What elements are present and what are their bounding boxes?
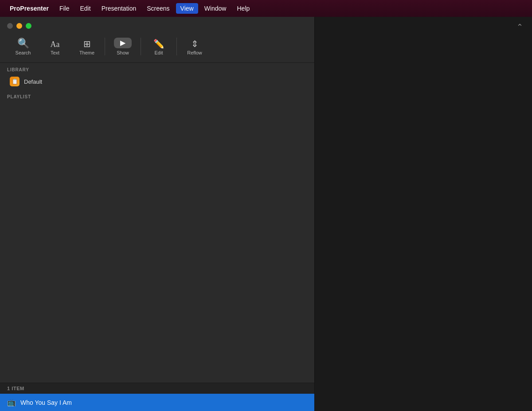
- toolbar-edit-label: Edit: [155, 50, 163, 55]
- playlist-item-icon: 📺: [7, 398, 16, 407]
- menu-window[interactable]: Window: [200, 3, 231, 14]
- library-item-default[interactable]: 📋 Default: [7, 75, 307, 88]
- item-count-bar: 1 ITEM: [0, 383, 314, 394]
- minimize-button[interactable]: [16, 23, 22, 29]
- toolbar-reflow-label: Reflow: [187, 50, 202, 55]
- library-header: LIBRARY: [7, 67, 307, 72]
- toolbar-search[interactable]: 🔍 Search: [7, 36, 39, 58]
- edit-icon: ✏️: [153, 39, 164, 48]
- toolbar-show-label: Show: [117, 50, 129, 55]
- toolbar-theme-label: Theme: [79, 50, 94, 55]
- show-icon: ▶: [114, 38, 132, 48]
- app-name[interactable]: ProPresenter: [5, 3, 53, 14]
- toolbar-reflow[interactable]: ⇕ Reflow: [179, 37, 211, 58]
- menu-edit[interactable]: Edit: [76, 3, 95, 14]
- playlist-section: PLAYLIST: [0, 91, 314, 105]
- playlist-item-name: Who You Say I Am: [20, 399, 72, 406]
- toolbar-text-label: Text: [51, 50, 59, 55]
- toolbar-edit[interactable]: ✏️ Edit: [143, 37, 175, 58]
- library-section: LIBRARY 📋 Default: [0, 63, 314, 91]
- toolbar-divider-2: [141, 38, 141, 55]
- toolbar-search-label: Search: [16, 50, 31, 55]
- menu-presentation[interactable]: Presentation: [97, 3, 141, 14]
- reflow-icon: ⇕: [191, 39, 199, 48]
- sidebar: 🔍 Search Aa Text ⊞ Theme ▶ Show ✏️ Edit: [0, 17, 315, 411]
- right-content: Show ^S Presentation Editor ^E Reflow Ed…: [315, 17, 532, 411]
- menu-view[interactable]: View: [176, 3, 198, 14]
- chevron-up-button[interactable]: ⌃: [516, 22, 523, 32]
- library-item-icon: 📋: [10, 77, 20, 86]
- toolbar: 🔍 Search Aa Text ⊞ Theme ▶ Show ✏️ Edit: [0, 32, 314, 63]
- toolbar-text[interactable]: Aa Text: [39, 38, 71, 58]
- playlist-item-row[interactable]: 📺 Who You Say I Am: [0, 394, 314, 411]
- toolbar-theme[interactable]: ⊞ Theme: [71, 37, 103, 58]
- menu-help[interactable]: Help: [232, 3, 254, 14]
- bottom-panel: 1 ITEM 📺 Who You Say I Am: [0, 383, 314, 411]
- toolbar-show[interactable]: ▶ Show: [107, 35, 139, 58]
- traffic-lights: [0, 17, 314, 32]
- playlist-header: PLAYLIST: [7, 94, 307, 99]
- menu-file[interactable]: File: [55, 3, 74, 14]
- toolbar-divider-1: [105, 38, 105, 55]
- library-item-name: Default: [24, 78, 42, 85]
- text-icon: Aa: [51, 40, 60, 48]
- search-icon: 🔍: [17, 39, 29, 48]
- menu-screens[interactable]: Screens: [142, 3, 174, 14]
- toolbar-divider-3: [176, 38, 177, 55]
- close-button[interactable]: [7, 23, 13, 29]
- main-content: 🔍 Search Aa Text ⊞ Theme ▶ Show ✏️ Edit: [0, 17, 532, 411]
- maximize-button[interactable]: [26, 23, 31, 29]
- item-count: 1 ITEM: [7, 386, 24, 391]
- theme-icon: ⊞: [83, 39, 91, 48]
- chevron-up-icon: ⌃: [516, 23, 523, 31]
- menu-bar: ProPresenter File Edit Presentation Scre…: [0, 0, 532, 17]
